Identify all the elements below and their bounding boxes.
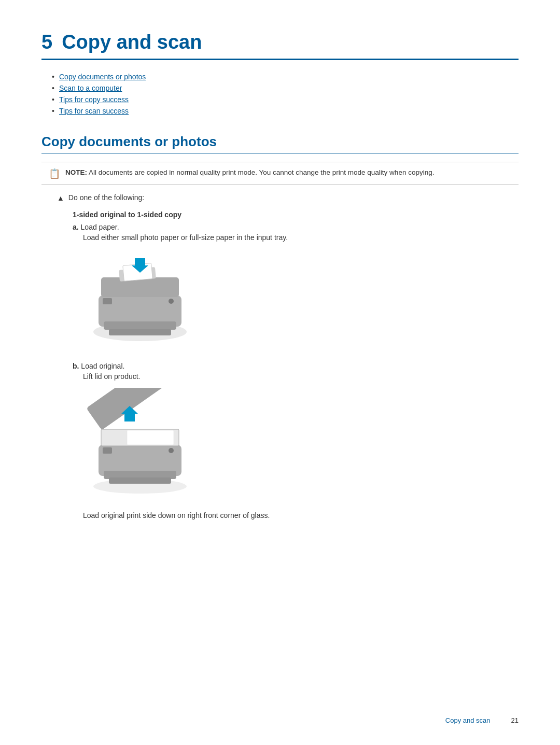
do-one-text: Do one of the following:	[68, 193, 144, 202]
svg-rect-19	[109, 477, 171, 484]
step-a-detail: Load either small photo paper or full-si…	[83, 233, 519, 242]
chapter-title: Copy and scan	[62, 31, 202, 53]
note-label: NOTE:	[65, 168, 87, 176]
step-b-letter: b.	[73, 362, 79, 370]
toc-link-scan[interactable]: Scan to a computer	[59, 84, 122, 92]
svg-rect-13	[127, 430, 174, 445]
step-b-text: Load original.	[81, 362, 124, 370]
svg-rect-9	[109, 329, 171, 335]
step-b-item: b. Load original. Lift lid on product.	[73, 362, 519, 381]
svg-rect-7	[103, 298, 112, 304]
printer-loading-paper-image	[83, 249, 197, 347]
chapter-header: 5 Copy and scan	[41, 31, 519, 60]
chapter-number: 5	[41, 31, 52, 53]
toc-link-scan-tips[interactable]: Tips for scan success	[59, 107, 129, 115]
footer: Copy and scan 21	[0, 716, 560, 724]
step-a-label: a. Load paper.	[73, 223, 519, 231]
toc-item-1: Copy documents or photos	[52, 73, 519, 81]
step-b-detail: Lift lid on product.	[83, 372, 519, 381]
note-box: 📋 NOTE: All documents are copied in norm…	[41, 162, 519, 185]
toc-item-2: Scan to a computer	[52, 84, 519, 92]
svg-rect-2	[101, 277, 179, 297]
triangle-icon: ▲	[57, 194, 64, 202]
svg-rect-17	[103, 447, 112, 454]
footer-chapter-label: Copy and scan	[445, 716, 491, 724]
printer-image-2-container	[83, 388, 519, 497]
note-content: All documents are copied in normal quali…	[89, 168, 434, 176]
subsection-title: 1-sided original to 1-sided copy	[73, 210, 519, 219]
printer-image-1-container	[83, 249, 519, 347]
toc-list: Copy documents or photos Scan to a compu…	[52, 73, 519, 115]
step-a-letter: a.	[73, 223, 79, 231]
toc-item-3: Tips for copy success	[52, 95, 519, 104]
printer-lid-open-image	[83, 388, 197, 497]
note-text: NOTE: All documents are copied in normal…	[65, 167, 434, 178]
svg-rect-14	[86, 388, 164, 430]
step-b-label: b. Load original.	[73, 362, 519, 370]
svg-point-8	[169, 299, 174, 304]
svg-point-18	[169, 448, 174, 453]
do-one-section: ▲ Do one of the following:	[57, 193, 519, 202]
step-a-item: a. Load paper. Load either small photo p…	[73, 223, 519, 242]
step-a-text: Load paper.	[81, 223, 119, 231]
svg-rect-6	[104, 321, 176, 330]
section-title: Copy documents or photos	[41, 134, 519, 153]
toc-link-copy-tips[interactable]: Tips for copy success	[59, 95, 129, 104]
note-icon: 📋	[49, 168, 60, 179]
footer-page-number: 21	[511, 716, 519, 724]
final-note: Load original print side down on right f…	[83, 511, 519, 519]
toc-link-copy-docs[interactable]: Copy documents or photos	[59, 73, 146, 81]
toc-item-4: Tips for scan success	[52, 107, 519, 115]
